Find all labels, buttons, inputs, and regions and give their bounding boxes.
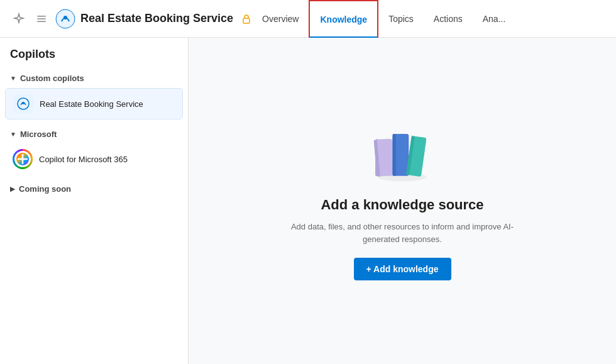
knowledge-empty-desc: Add data, files, and other resources to … xyxy=(277,221,528,245)
sidebar-item-real-estate[interactable]: Real Estate Booking Service xyxy=(5,88,183,119)
tab-analytics[interactable]: Ana... xyxy=(473,0,516,38)
sparkle-icon xyxy=(13,13,25,25)
knowledge-empty-title: Add a knowledge source xyxy=(321,197,483,213)
sidebar-title: Copilots xyxy=(5,48,183,69)
svg-rect-5 xyxy=(243,18,250,23)
tab-overview[interactable]: Overview xyxy=(252,0,309,38)
sidebar-section-label-custom: Custom copilots xyxy=(20,74,84,83)
svg-rect-15 xyxy=(393,134,396,176)
top-bar: Real Estate Booking Service Overview Kno… xyxy=(0,0,616,38)
add-knowledge-button[interactable]: + Add knowledge xyxy=(354,258,451,280)
sidebar-item-m365[interactable]: Copilot for Microsoft 365 xyxy=(5,144,183,174)
nav-tabs: Overview Knowledge Topics Actions Ana... xyxy=(252,0,606,38)
chevron-right-icon: ▶ xyxy=(10,185,15,192)
app-title: Real Estate Booking Service xyxy=(80,12,233,25)
top-bar-left: Real Estate Booking Service xyxy=(10,9,252,29)
svg-rect-0 xyxy=(37,16,46,17)
tab-actions[interactable]: Actions xyxy=(424,0,473,38)
real-estate-icon xyxy=(13,94,33,114)
sidebar: Copilots ▼ Custom copilots Real Estate B… xyxy=(0,38,189,364)
menu-icon-btn[interactable] xyxy=(33,10,50,28)
sidebar-section-coming-soon[interactable]: ▶ Coming soon xyxy=(5,179,183,197)
sidebar-item-label-m365: Copilot for Microsoft 365 xyxy=(39,155,128,164)
svg-point-4 xyxy=(63,16,67,19)
sidebar-section-label-microsoft: Microsoft xyxy=(20,130,57,139)
svg-point-7 xyxy=(22,102,25,104)
lock-icon xyxy=(241,13,252,25)
tab-knowledge[interactable]: Knowledge xyxy=(309,0,378,38)
tab-topics[interactable]: Topics xyxy=(378,0,424,38)
content-area: Add a knowledge source Add data, files, … xyxy=(189,38,616,364)
menu-icon xyxy=(35,13,48,25)
svg-rect-1 xyxy=(37,18,46,19)
sidebar-section-microsoft[interactable]: ▼ Microsoft xyxy=(5,124,183,143)
sparkle-icon-btn[interactable] xyxy=(10,10,28,28)
books-illustration xyxy=(365,121,440,184)
sidebar-section-custom[interactable]: ▼ Custom copilots xyxy=(5,69,183,87)
sidebar-item-label-real-estate: Real Estate Booking Service xyxy=(40,99,143,109)
app-icon xyxy=(55,9,75,29)
main-layout: Copilots ▼ Custom copilots Real Estate B… xyxy=(0,38,616,364)
chevron-down-icon: ▼ xyxy=(10,75,16,82)
m365-icon xyxy=(13,149,33,169)
knowledge-empty-state: Add a knowledge source Add data, files, … xyxy=(251,96,553,306)
chevron-down-icon-2: ▼ xyxy=(10,131,16,138)
svg-rect-2 xyxy=(37,21,46,22)
sidebar-section-label-coming-soon: Coming soon xyxy=(19,184,71,194)
